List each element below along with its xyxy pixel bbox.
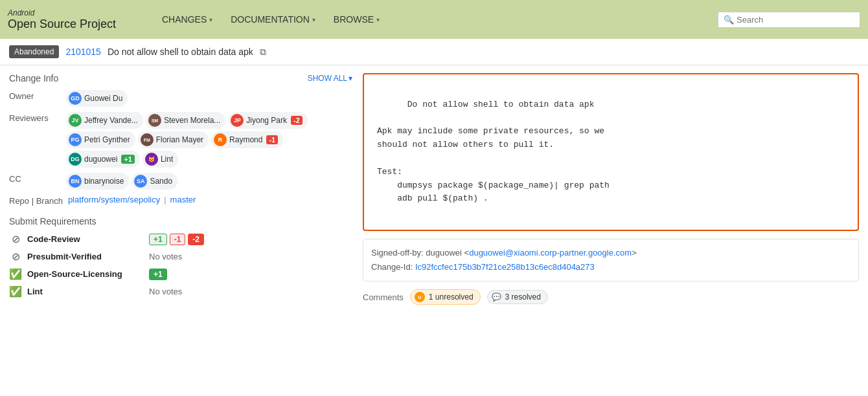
nav-browse[interactable]: BROWSE ▾ — [325, 9, 389, 30]
reviewer-chip-6[interactable]: DG duguowei +1 — [66, 151, 140, 168]
unresolved-count: 1 unresolved — [429, 292, 474, 302]
presubmit-name: Presubmit-Verified — [27, 252, 144, 261]
commit-message-text: Do not allow shell to obtain data apk Ap… — [377, 100, 610, 204]
reviewer-avatar-1: SM — [148, 114, 161, 127]
lint-icon: ✅ — [9, 285, 22, 298]
cc-value: BN binarynoise SA Sando — [66, 173, 352, 190]
repo-branch-value: platform/system/sepolicy | master — [68, 195, 352, 204]
nav-documentation-label: DOCUMENTATION — [231, 14, 310, 25]
project-label: Open Source Project — [8, 17, 137, 31]
reviewers-row: Reviewers JV Jeffrey Vande... SM Steven … — [9, 112, 352, 168]
documentation-chevron-icon: ▾ — [312, 16, 315, 23]
cc-chip-1[interactable]: SA Sando — [131, 173, 177, 190]
owner-chip[interactable]: GD Guowei Du — [66, 90, 128, 107]
change-info-header: Change Info SHOW ALL ▾ — [9, 73, 352, 83]
cc-chip-0[interactable]: BN binarynoise — [66, 173, 129, 190]
reviewer-avatar-4: FM — [141, 133, 154, 146]
search-icon: 🔍 — [724, 15, 734, 25]
copy-icon[interactable]: ⧉ — [260, 47, 266, 58]
pipe-separator: | — [164, 195, 166, 204]
code-review-icon: ⊘ — [9, 233, 22, 245]
nav-browse-label: BROWSE — [334, 14, 374, 25]
reviewer-name-4: Florian Mayer — [156, 135, 203, 144]
change-title: Do not allow shell to obtain data apk — [108, 47, 253, 57]
reviewer-chip-1[interactable]: SM Steven Morela... — [146, 112, 225, 129]
resolved-icon: 💬 — [492, 292, 501, 302]
search-input[interactable] — [737, 15, 854, 25]
cc-avatar-0: BN — [69, 175, 82, 188]
branch-link[interactable]: master — [170, 195, 196, 204]
vote-box-neg2[interactable]: -2 — [188, 234, 204, 245]
reviewer-chip-2[interactable]: JP Jiyong Park -2 — [228, 112, 307, 129]
header: Android Open Source Project CHANGES ▾ DO… — [0, 0, 868, 39]
osl-name: Open-Source-Licensing — [27, 269, 144, 279]
owner-avatar: GD — [69, 92, 82, 105]
signed-off-email[interactable]: duguowei@xiaomi.corp-partner.google.com — [469, 248, 632, 258]
reviewers-label: Reviewers — [9, 112, 61, 123]
reviewer-chip-0[interactable]: JV Jeffrey Vande... — [66, 112, 143, 129]
reviewer-name-6: duguowei — [84, 155, 117, 164]
change-number-link[interactable]: 2101015 — [65, 47, 101, 57]
vote-box-plus1[interactable]: +1 — [149, 234, 167, 245]
repo-branch-row: Repo | Branch platform/system/sepolicy |… — [9, 195, 352, 206]
signed-off-suffix: > — [632, 248, 637, 258]
reviewer-vote-2: -2 — [291, 116, 303, 125]
nav-changes[interactable]: CHANGES ▾ — [153, 9, 222, 30]
commit-message-box: Do not allow shell to obtain data apk Ap… — [363, 73, 859, 231]
change-info-title: Change Info — [9, 73, 58, 83]
android-label: Android — [8, 8, 137, 17]
nav: CHANGES ▾ DOCUMENTATION ▾ BROWSE ▾ — [153, 9, 718, 30]
owner-row: Owner GD Guowei Du — [9, 90, 352, 107]
cc-row: CC BN binarynoise SA Sando — [9, 173, 352, 190]
reviewer-vote-6: +1 — [121, 155, 135, 164]
main-content: Change Info SHOW ALL ▾ Owner GD Guowei D… — [0, 65, 868, 313]
osl-vote-box[interactable]: +1 — [149, 269, 167, 280]
osl-votes: +1 — [149, 269, 167, 280]
reviewer-avatar-2: JP — [231, 114, 244, 127]
unresolved-comments-chip[interactable]: U 1 unresolved — [410, 289, 481, 305]
owner-label: Owner — [9, 90, 61, 101]
reviewer-chip-7[interactable]: 🐱 Lint — [143, 151, 178, 168]
resolved-count: 3 resolved — [505, 292, 541, 302]
req-row-code-review: ⊘ Code-Review +1 -1 -2 — [9, 233, 352, 245]
reviewer-name-2: Jiyong Park — [246, 116, 287, 125]
req-row-presubmit: ⊘ Presubmit-Verified No votes — [9, 250, 352, 263]
reviewer-avatar-0: JV — [69, 114, 82, 127]
code-review-name: Code-Review — [27, 234, 144, 244]
reviewer-chip-5[interactable]: R Raymond -1 — [211, 131, 283, 148]
reviewer-chip-4[interactable]: FM Florian Mayer — [138, 131, 209, 148]
logo[interactable]: Android Open Source Project — [8, 8, 137, 31]
cc-name-1: Sando — [150, 177, 172, 186]
vote-box-neg1[interactable]: -1 — [170, 234, 186, 245]
change-id-link[interactable]: Ic92fccfec175b3b7f21ce258b13c6ec8d404a27… — [415, 262, 595, 272]
repo-branch-label: Repo | Branch — [9, 195, 63, 206]
osl-icon: ✅ — [9, 268, 22, 280]
comments-label: Comments — [363, 292, 404, 302]
owner-name: Guowei Du — [84, 94, 122, 103]
show-all-button[interactable]: SHOW ALL ▾ — [308, 74, 352, 83]
comments-row: Comments U 1 unresolved 💬 3 resolved — [363, 289, 859, 305]
reviewer-vote-5: -1 — [266, 135, 278, 144]
show-all-chevron-icon: ▾ — [348, 74, 352, 83]
reviewer-name-7: Lint — [161, 155, 173, 164]
reviewer-name-3: Petri Gynther — [84, 135, 130, 144]
req-row-lint: ✅ Lint No votes — [9, 285, 352, 298]
reviewers-value: JV Jeffrey Vande... SM Steven Morela... … — [66, 112, 352, 168]
show-all-label: SHOW ALL — [308, 74, 347, 83]
lint-name: Lint — [27, 287, 144, 296]
repo-link[interactable]: platform/system/sepolicy — [68, 195, 160, 204]
change-id-prefix: Change-Id: — [371, 262, 415, 272]
status-badge: Abandoned — [9, 45, 59, 58]
presubmit-no-votes: No votes — [149, 252, 182, 261]
nav-documentation[interactable]: DOCUMENTATION ▾ — [222, 9, 325, 30]
unresolved-avatar: U — [415, 292, 425, 302]
resolved-comments-chip[interactable]: 💬 3 resolved — [487, 290, 548, 304]
reviewer-name-1: Steven Morela... — [164, 116, 220, 125]
cc-label: CC — [9, 173, 61, 184]
search-box[interactable]: 🔍 — [718, 12, 860, 28]
reviewer-name-5: Raymond — [229, 135, 262, 144]
change-id-line: Change-Id: Ic92fccfec175b3b7f21ce258b13c… — [371, 260, 851, 274]
reviewer-chip-3[interactable]: PG Petri Gynther — [66, 131, 135, 148]
right-panel: Do not allow shell to obtain data apk Ap… — [363, 73, 859, 305]
signed-off-prefix: Signed-off-by: duguowei < — [371, 248, 469, 258]
